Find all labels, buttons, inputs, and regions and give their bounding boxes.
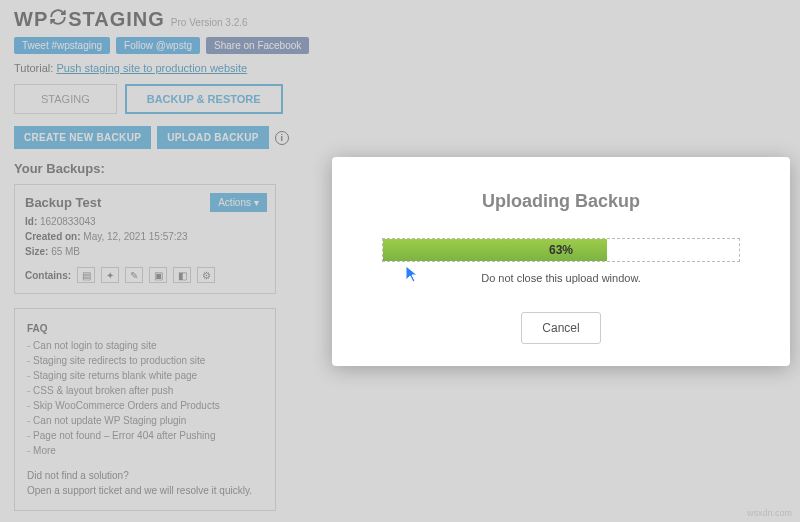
modal-title: Uploading Backup (382, 191, 740, 212)
progress-percent: 63% (383, 239, 739, 261)
watermark: wsxdn.com (747, 508, 792, 518)
upload-modal: Uploading Backup 63% Do not close this u… (332, 157, 790, 366)
modal-note: Do not close this upload window. (382, 272, 740, 284)
modal-overlay: Uploading Backup 63% Do not close this u… (0, 0, 800, 522)
cancel-button[interactable]: Cancel (521, 312, 600, 344)
progress-bar: 63% (382, 238, 740, 262)
